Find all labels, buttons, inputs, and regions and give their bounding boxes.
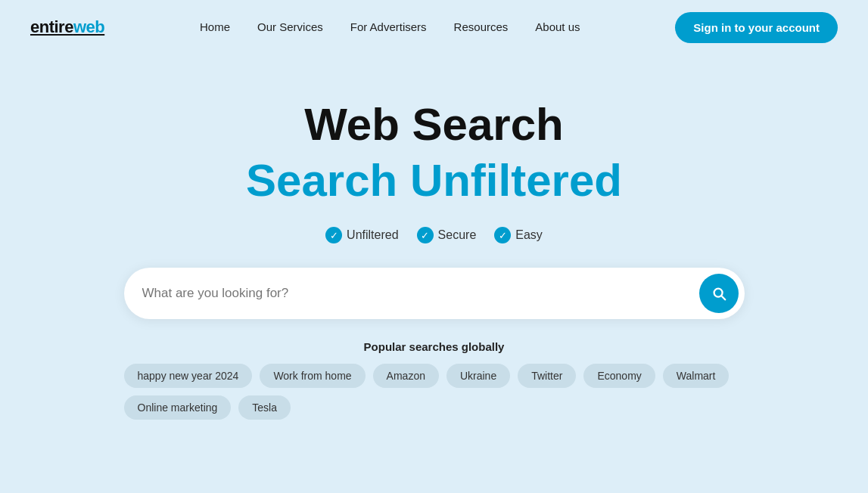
hero-section: Web Search Search Unfiltered ✓ Unfiltere… xyxy=(0,54,868,450)
popular-tag[interactable]: Ukraine xyxy=(446,364,510,388)
nav-link-resources[interactable]: Resources xyxy=(454,20,509,33)
logo[interactable]: entireweb xyxy=(30,17,104,37)
search-icon xyxy=(711,285,727,302)
nav-link-home[interactable]: Home xyxy=(200,20,230,33)
logo-entire: entire xyxy=(30,17,73,36)
nav-item-home[interactable]: Home xyxy=(200,20,230,34)
badge-unfiltered: ✓ Unfiltered xyxy=(325,227,398,243)
nav-links: Home Our Services For Advertisers Resour… xyxy=(200,20,580,34)
popular-tag[interactable]: Online marketing xyxy=(124,395,232,420)
navbar: entireweb Home Our Services For Advertis… xyxy=(0,0,868,54)
popular-section: Popular searches globally happy new year… xyxy=(124,340,745,420)
badge-label-secure: Secure xyxy=(438,228,477,242)
hero-badges: ✓ Unfiltered ✓ Secure ✓ Easy xyxy=(325,227,543,243)
search-button[interactable] xyxy=(699,274,739,313)
signin-button[interactable]: Sign in to your account xyxy=(675,12,838,43)
popular-tag[interactable]: Economy xyxy=(583,364,655,388)
popular-tag[interactable]: Work from home xyxy=(260,364,365,388)
popular-label: Popular searches globally xyxy=(124,340,745,353)
check-icon-easy: ✓ xyxy=(494,227,511,243)
hero-title-blue: Search Unfiltered xyxy=(246,156,622,206)
logo-web: web xyxy=(73,17,104,36)
badge-label-unfiltered: Unfiltered xyxy=(347,228,398,242)
search-box xyxy=(124,268,745,319)
check-icon-secure: ✓ xyxy=(417,227,434,243)
popular-tag[interactable]: happy new year 2024 xyxy=(124,364,253,388)
badge-label-easy: Easy xyxy=(515,228,543,242)
nav-link-for-advertisers[interactable]: For Advertisers xyxy=(350,20,427,33)
badge-easy: ✓ Easy xyxy=(494,227,543,243)
popular-tag[interactable]: Amazon xyxy=(373,364,439,388)
badge-secure: ✓ Secure xyxy=(417,227,477,243)
popular-tag[interactable]: Tesla xyxy=(238,395,291,420)
check-icon-unfiltered: ✓ xyxy=(325,227,342,243)
popular-tag[interactable]: Twitter xyxy=(518,364,576,388)
hero-title-black: Web Search xyxy=(304,100,563,150)
nav-item-our-services[interactable]: Our Services xyxy=(257,20,323,34)
nav-item-for-advertisers[interactable]: For Advertisers xyxy=(350,20,427,34)
search-input[interactable] xyxy=(142,286,699,301)
nav-item-resources[interactable]: Resources xyxy=(454,20,509,34)
popular-tag[interactable]: Walmart xyxy=(663,364,730,388)
nav-link-about-us[interactable]: About us xyxy=(535,20,580,33)
popular-tags: happy new year 2024Work from homeAmazonU… xyxy=(124,364,745,420)
nav-item-about-us[interactable]: About us xyxy=(535,20,580,34)
nav-link-our-services[interactable]: Our Services xyxy=(257,20,323,33)
